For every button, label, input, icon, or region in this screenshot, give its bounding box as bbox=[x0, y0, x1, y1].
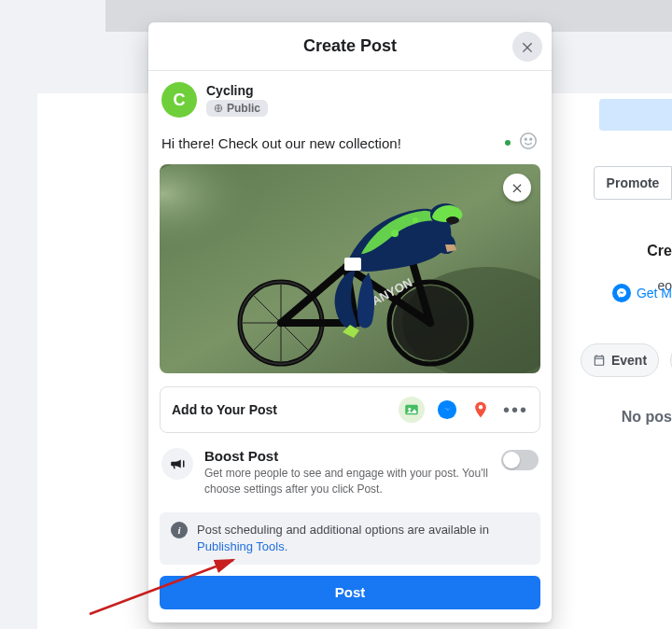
create-post-modal: Create Post C Cycling Public Hi there! C… bbox=[148, 22, 552, 622]
bg-no-posts-text: No pos bbox=[622, 409, 672, 426]
composer-text[interactable]: Hi there! Check out our new collection! bbox=[161, 135, 401, 151]
svg-point-3 bbox=[530, 138, 532, 140]
add-location-button[interactable] bbox=[469, 398, 492, 421]
composer-text-row: Hi there! Check out our new collection! bbox=[148, 125, 552, 164]
add-icons: ••• bbox=[399, 397, 528, 423]
boost-description: Get more people to see and engage with y… bbox=[204, 466, 490, 497]
svg-point-23 bbox=[438, 400, 456, 419]
location-pin-icon bbox=[471, 400, 490, 419]
close-icon bbox=[511, 181, 524, 194]
privacy-selector[interactable]: Public bbox=[206, 100, 268, 117]
bg-create-heading: Cre bbox=[647, 243, 672, 259]
boost-title: Boost Post bbox=[204, 448, 490, 464]
status-dot-icon bbox=[505, 140, 511, 146]
globe-icon bbox=[214, 104, 223, 113]
svg-point-19 bbox=[446, 217, 459, 224]
publishing-tools-link[interactable]: Publishing Tools. bbox=[197, 539, 287, 553]
add-to-post-row: Add to Your Post ••• bbox=[160, 386, 540, 433]
messenger-icon bbox=[612, 284, 631, 302]
boost-row: Boost Post Get more people to see and en… bbox=[148, 433, 552, 507]
svg-point-2 bbox=[525, 138, 526, 140]
svg-point-16 bbox=[391, 230, 399, 237]
photo-icon bbox=[403, 401, 420, 418]
bg-get-messages-button[interactable]: Get M bbox=[612, 276, 672, 310]
modal-title: Create Post bbox=[303, 36, 397, 56]
remove-media-button[interactable] bbox=[503, 174, 531, 202]
info-banner: i Post scheduling and additional options… bbox=[160, 512, 540, 565]
info-text: Post scheduling and additional options a… bbox=[197, 522, 529, 555]
smiley-icon bbox=[518, 131, 539, 151]
svg-point-22 bbox=[408, 408, 411, 411]
author-row: C Cycling Public bbox=[148, 71, 552, 125]
bg-event-label: Event bbox=[611, 353, 647, 368]
svg-rect-20 bbox=[344, 258, 361, 271]
bg-event-pill[interactable]: Event bbox=[581, 343, 659, 377]
attached-media[interactable]: CANYON bbox=[160, 164, 540, 373]
add-to-post-label: Add to Your Post bbox=[172, 402, 277, 417]
modal-header: Create Post bbox=[148, 22, 552, 71]
close-icon bbox=[520, 39, 535, 54]
bg-get-messages-label: Get M bbox=[637, 286, 672, 301]
author-avatar[interactable]: C bbox=[161, 82, 197, 118]
info-message: Post scheduling and additional options a… bbox=[197, 523, 489, 537]
megaphone-icon bbox=[161, 448, 193, 480]
author-meta: Cycling Public bbox=[206, 83, 268, 117]
boost-text: Boost Post Get more people to see and en… bbox=[204, 448, 490, 497]
post-button[interactable]: Post bbox=[160, 576, 540, 609]
messenger-icon bbox=[437, 399, 457, 420]
privacy-label: Public bbox=[227, 102, 260, 115]
close-button[interactable] bbox=[512, 32, 542, 62]
svg-point-1 bbox=[521, 133, 537, 149]
boost-toggle[interactable] bbox=[501, 450, 539, 470]
info-icon: i bbox=[171, 522, 188, 538]
promote-button[interactable]: Promote bbox=[594, 166, 672, 200]
add-messenger-button[interactable] bbox=[436, 398, 458, 421]
add-more-button[interactable]: ••• bbox=[503, 399, 528, 421]
attached-image: CANYON bbox=[160, 164, 540, 373]
calendar-icon bbox=[593, 354, 606, 367]
svg-point-17 bbox=[413, 217, 418, 223]
add-photo-button[interactable] bbox=[399, 397, 425, 423]
emoji-button[interactable] bbox=[518, 131, 539, 155]
author-name[interactable]: Cycling bbox=[206, 83, 268, 98]
bg-action-button[interactable] bbox=[599, 99, 672, 131]
